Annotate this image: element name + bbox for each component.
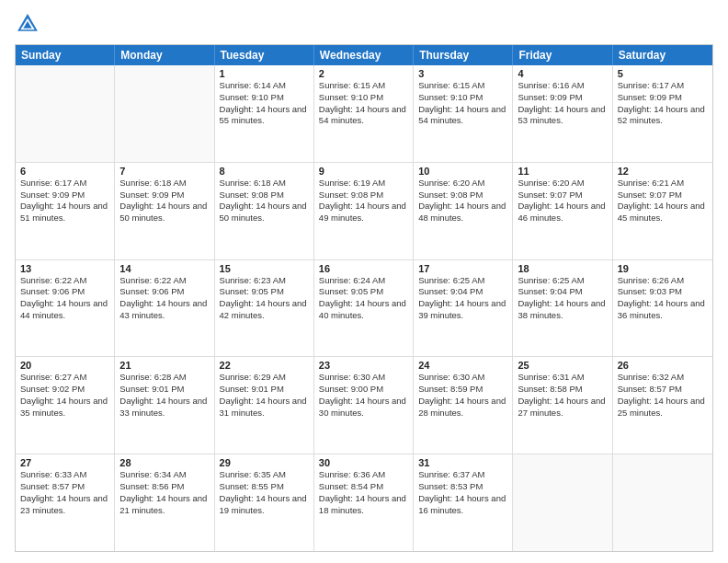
day-cell-29: 29Sunrise: 6:35 AMSunset: 8:55 PMDayligh… xyxy=(215,454,314,551)
sunrise-text: Sunrise: 6:24 AM xyxy=(319,275,408,287)
day-cell-25: 25Sunrise: 6:31 AMSunset: 8:58 PMDayligh… xyxy=(513,357,612,454)
day-number: 15 xyxy=(220,263,309,274)
daylight-text: Daylight: 14 hours and 23 minutes. xyxy=(20,493,109,517)
day-number: 25 xyxy=(518,360,607,371)
sunset-text: Sunset: 9:07 PM xyxy=(618,190,708,201)
sunrise-text: Sunrise: 6:17 AM xyxy=(618,80,708,92)
daylight-text: Daylight: 14 hours and 38 minutes. xyxy=(518,298,607,322)
daylight-text: Daylight: 14 hours and 30 minutes. xyxy=(319,396,408,419)
sunset-text: Sunset: 9:04 PM xyxy=(418,286,507,298)
sunset-text: Sunset: 8:56 PM xyxy=(119,481,209,493)
sunrise-text: Sunrise: 6:29 AM xyxy=(220,372,309,384)
sunrise-text: Sunrise: 6:34 AM xyxy=(119,469,209,481)
empty-cell xyxy=(115,65,214,162)
day-number: 5 xyxy=(618,68,708,79)
day-number: 27 xyxy=(20,457,109,468)
sunset-text: Sunset: 8:54 PM xyxy=(319,481,408,493)
day-number: 7 xyxy=(119,166,209,177)
sunrise-text: Sunrise: 6:15 AM xyxy=(418,80,507,92)
header-day-monday: Monday xyxy=(115,45,214,65)
daylight-text: Daylight: 14 hours and 54 minutes. xyxy=(418,104,507,128)
day-cell-26: 26Sunrise: 6:32 AMSunset: 8:57 PMDayligh… xyxy=(613,357,712,454)
day-cell-17: 17Sunrise: 6:25 AMSunset: 9:04 PMDayligh… xyxy=(414,260,513,357)
header xyxy=(15,11,713,37)
day-cell-14: 14Sunrise: 6:22 AMSunset: 9:06 PMDayligh… xyxy=(115,260,214,357)
day-number: 13 xyxy=(20,263,109,274)
header-day-wednesday: Wednesday xyxy=(314,45,414,65)
sunset-text: Sunset: 8:53 PM xyxy=(418,481,507,493)
day-number: 19 xyxy=(618,263,708,274)
sunset-text: Sunset: 9:00 PM xyxy=(319,384,408,396)
day-number: 8 xyxy=(220,166,309,177)
calendar-row-5: 27Sunrise: 6:33 AMSunset: 8:57 PMDayligh… xyxy=(16,454,712,551)
sunrise-text: Sunrise: 6:22 AM xyxy=(20,275,109,287)
day-cell-15: 15Sunrise: 6:23 AMSunset: 9:05 PMDayligh… xyxy=(215,260,314,357)
daylight-text: Daylight: 14 hours and 31 minutes. xyxy=(220,396,309,419)
sunset-text: Sunset: 9:08 PM xyxy=(220,190,309,201)
day-cell-1: 1Sunrise: 6:14 AMSunset: 9:10 PMDaylight… xyxy=(215,65,314,162)
day-cell-31: 31Sunrise: 6:37 AMSunset: 8:53 PMDayligh… xyxy=(414,454,513,551)
sunset-text: Sunset: 9:09 PM xyxy=(618,92,708,104)
day-number: 21 xyxy=(119,360,209,371)
sunrise-text: Sunrise: 6:35 AM xyxy=(220,469,309,481)
daylight-text: Daylight: 14 hours and 45 minutes. xyxy=(618,201,708,224)
sunrise-text: Sunrise: 6:16 AM xyxy=(518,80,607,92)
day-cell-2: 2Sunrise: 6:15 AMSunset: 9:10 PMDaylight… xyxy=(314,65,414,162)
sunrise-text: Sunrise: 6:33 AM xyxy=(20,469,109,481)
daylight-text: Daylight: 14 hours and 49 minutes. xyxy=(319,201,408,224)
day-number: 28 xyxy=(119,457,209,468)
day-cell-18: 18Sunrise: 6:25 AMSunset: 9:04 PMDayligh… xyxy=(513,260,612,357)
daylight-text: Daylight: 14 hours and 52 minutes. xyxy=(618,104,708,128)
day-cell-21: 21Sunrise: 6:28 AMSunset: 9:01 PMDayligh… xyxy=(115,357,214,454)
calendar-body: 1Sunrise: 6:14 AMSunset: 9:10 PMDaylight… xyxy=(16,65,712,551)
sunset-text: Sunset: 9:03 PM xyxy=(618,286,708,298)
day-cell-10: 10Sunrise: 6:20 AMSunset: 9:08 PMDayligh… xyxy=(414,163,513,259)
sunset-text: Sunset: 8:58 PM xyxy=(518,384,607,396)
day-cell-3: 3Sunrise: 6:15 AMSunset: 9:10 PMDaylight… xyxy=(414,65,513,162)
daylight-text: Daylight: 14 hours and 33 minutes. xyxy=(119,396,209,419)
sunrise-text: Sunrise: 6:31 AM xyxy=(518,372,607,384)
header-day-thursday: Thursday xyxy=(414,45,513,65)
sunset-text: Sunset: 9:09 PM xyxy=(518,92,607,104)
day-cell-13: 13Sunrise: 6:22 AMSunset: 9:06 PMDayligh… xyxy=(16,260,115,357)
daylight-text: Daylight: 14 hours and 35 minutes. xyxy=(20,396,109,419)
logo xyxy=(15,11,44,37)
day-cell-12: 12Sunrise: 6:21 AMSunset: 9:07 PMDayligh… xyxy=(613,163,712,259)
sunset-text: Sunset: 9:05 PM xyxy=(319,286,408,298)
daylight-text: Daylight: 14 hours and 50 minutes. xyxy=(119,201,209,224)
day-cell-30: 30Sunrise: 6:36 AMSunset: 8:54 PMDayligh… xyxy=(314,454,414,551)
sunset-text: Sunset: 9:10 PM xyxy=(418,92,507,104)
sunrise-text: Sunrise: 6:36 AM xyxy=(319,469,408,481)
calendar-row-4: 20Sunrise: 6:27 AMSunset: 9:02 PMDayligh… xyxy=(16,357,712,454)
sunset-text: Sunset: 9:08 PM xyxy=(418,190,507,201)
sunset-text: Sunset: 9:01 PM xyxy=(119,384,209,396)
sunrise-text: Sunrise: 6:28 AM xyxy=(119,372,209,384)
day-number: 6 xyxy=(20,166,109,177)
day-number: 9 xyxy=(319,166,408,177)
day-cell-7: 7Sunrise: 6:18 AMSunset: 9:09 PMDaylight… xyxy=(115,163,214,259)
daylight-text: Daylight: 14 hours and 36 minutes. xyxy=(618,298,708,322)
sunset-text: Sunset: 9:09 PM xyxy=(119,190,209,201)
day-cell-11: 11Sunrise: 6:20 AMSunset: 9:07 PMDayligh… xyxy=(513,163,612,259)
daylight-text: Daylight: 14 hours and 46 minutes. xyxy=(518,201,607,224)
sunset-text: Sunset: 9:06 PM xyxy=(20,286,109,298)
sunrise-text: Sunrise: 6:30 AM xyxy=(319,372,408,384)
daylight-text: Daylight: 14 hours and 53 minutes. xyxy=(518,104,607,128)
sunrise-text: Sunrise: 6:18 AM xyxy=(119,178,209,190)
sunset-text: Sunset: 8:55 PM xyxy=(220,481,309,493)
sunrise-text: Sunrise: 6:30 AM xyxy=(418,372,507,384)
calendar-row-3: 13Sunrise: 6:22 AMSunset: 9:06 PMDayligh… xyxy=(16,260,712,358)
day-cell-8: 8Sunrise: 6:18 AMSunset: 9:08 PMDaylight… xyxy=(215,163,314,259)
sunrise-text: Sunrise: 6:15 AM xyxy=(319,80,408,92)
sunset-text: Sunset: 9:06 PM xyxy=(119,286,209,298)
daylight-text: Daylight: 14 hours and 28 minutes. xyxy=(418,396,507,419)
sunrise-text: Sunrise: 6:17 AM xyxy=(20,178,109,190)
sunrise-text: Sunrise: 6:27 AM xyxy=(20,372,109,384)
sunset-text: Sunset: 9:07 PM xyxy=(518,190,607,201)
day-cell-28: 28Sunrise: 6:34 AMSunset: 8:56 PMDayligh… xyxy=(115,454,214,551)
calendar-header: SundayMondayTuesdayWednesdayThursdayFrid… xyxy=(16,45,712,65)
sunset-text: Sunset: 8:57 PM xyxy=(618,384,708,396)
empty-cell xyxy=(613,454,712,551)
day-cell-27: 27Sunrise: 6:33 AMSunset: 8:57 PMDayligh… xyxy=(16,454,115,551)
day-cell-24: 24Sunrise: 6:30 AMSunset: 8:59 PMDayligh… xyxy=(414,357,513,454)
